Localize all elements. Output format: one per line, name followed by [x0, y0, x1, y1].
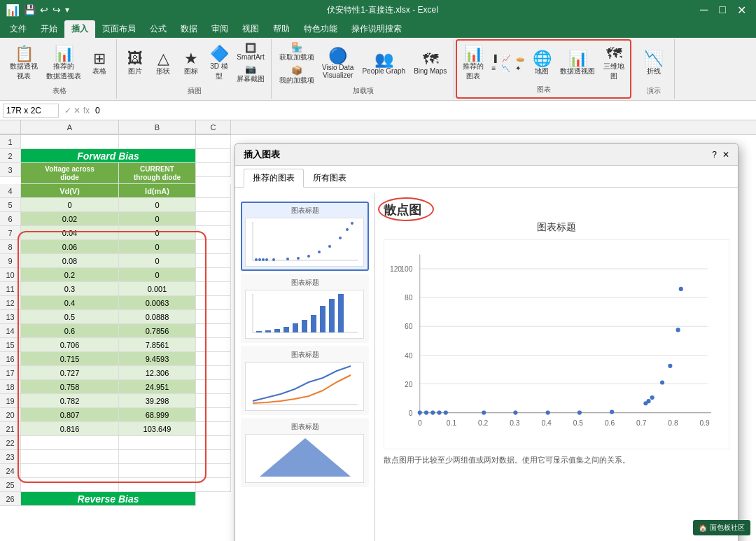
- cell-a3[interactable]: Voltage across diode: [21, 163, 119, 184]
- screenshot-btn[interactable]: 📷 屏幕截图: [234, 63, 267, 85]
- cell-a9[interactable]: 0.08: [21, 254, 119, 268]
- cell-c11[interactable]: [196, 282, 231, 296]
- cell-c15[interactable]: [196, 338, 231, 352]
- sparkline-btn[interactable]: 📉 折线: [641, 50, 666, 78]
- tab-home[interactable]: 开始: [34, 20, 64, 38]
- col-a-header[interactable]: A: [21, 120, 119, 134]
- get-addins-btn[interactable]: 🏪 获取加载项: [277, 41, 316, 63]
- cell-c12[interactable]: [196, 296, 231, 310]
- tab-view[interactable]: 视图: [235, 20, 266, 38]
- cell-c5[interactable]: [196, 198, 231, 212]
- cell-a21[interactable]: 0.816: [21, 422, 119, 436]
- cell-c7[interactable]: [196, 226, 231, 240]
- dialog-help-btn[interactable]: ?: [712, 150, 717, 160]
- shape-btn[interactable]: △ 形状: [150, 50, 176, 78]
- cell-a26[interactable]: Reverse Bias: [21, 492, 196, 506]
- tab-insert[interactable]: 插入: [64, 20, 95, 38]
- line-chart-btn[interactable]: 📈: [500, 54, 512, 63]
- picture-btn[interactable]: 🖼 图片: [122, 50, 148, 78]
- cell-c19[interactable]: [196, 394, 231, 408]
- cell-c3[interactable]: [196, 163, 231, 177]
- icon-btn[interactable]: ★ 图标: [178, 50, 204, 78]
- cell-c1[interactable]: [196, 135, 231, 149]
- cell-b3[interactable]: CURRENT through diode: [119, 163, 196, 184]
- cell-b8[interactable]: 0: [119, 240, 196, 254]
- cell-b17[interactable]: 12.306: [119, 366, 196, 380]
- cell-a14[interactable]: 0.6: [21, 324, 119, 338]
- tab-file[interactable]: 文件: [3, 20, 34, 38]
- cell-b7[interactable]: 0: [119, 226, 196, 240]
- tab-search[interactable]: 操作说明搜索: [344, 20, 409, 38]
- tab-help[interactable]: 帮助: [266, 20, 297, 38]
- cell-b6[interactable]: 0: [119, 212, 196, 226]
- quick-customize[interactable]: ▾: [65, 5, 69, 15]
- tab-all-charts[interactable]: 所有图表: [304, 169, 356, 188]
- bing-maps-btn[interactable]: 🗺 Bing Maps: [411, 50, 449, 76]
- chart-thumb-pyramid[interactable]: 图表标题: [241, 418, 369, 487]
- cell-b9[interactable]: 0: [119, 254, 196, 268]
- tab-review[interactable]: 审阅: [204, 20, 235, 38]
- quick-redo[interactable]: ↪: [52, 4, 61, 15]
- cell-b21[interactable]: 103.649: [119, 422, 196, 436]
- tab-recommended-charts[interactable]: 推荐的图表: [244, 169, 304, 188]
- cell-a11[interactable]: 0.3: [21, 282, 119, 296]
- cell-reference[interactable]: [3, 104, 59, 118]
- chart-thumb-line[interactable]: 图表标题: [241, 346, 369, 415]
- col-b-header[interactable]: B: [119, 120, 196, 134]
- cell-c10[interactable]: [196, 268, 231, 282]
- pie-chart-btn[interactable]: 🥧: [514, 54, 526, 63]
- pivot-table-btn[interactable]: 📋 数据透视 视表: [7, 45, 41, 83]
- bar-chart-btn[interactable]: ≡: [489, 64, 498, 73]
- cell-a5[interactable]: 0: [21, 198, 119, 212]
- area-chart-btn[interactable]: 📉: [499, 64, 512, 73]
- cell-a4[interactable]: Vd(V): [21, 184, 119, 198]
- quick-save[interactable]: 💾: [24, 4, 36, 15]
- table-btn[interactable]: ⊞ 表格: [87, 50, 112, 78]
- scatter-chart-btn[interactable]: ✦: [513, 64, 523, 73]
- pivot-chart-btn[interactable]: 📊 数据透视图: [557, 50, 598, 78]
- col-c-header[interactable]: C: [196, 120, 231, 134]
- cell-b19[interactable]: 39.298: [119, 394, 196, 408]
- cell-a19[interactable]: 0.782: [21, 394, 119, 408]
- cell-b12[interactable]: 0.0063: [119, 296, 196, 310]
- recommended-pivot-btn[interactable]: 📊 推荐的 数据透视表: [43, 45, 84, 83]
- formula-input[interactable]: [95, 106, 753, 115]
- cell-a20[interactable]: 0.807: [21, 408, 119, 422]
- cell-b15[interactable]: 7.8561: [119, 338, 196, 352]
- tab-data[interactable]: 数据: [174, 20, 204, 38]
- cell-a1[interactable]: [21, 135, 119, 149]
- cell-b5[interactable]: 0: [119, 198, 196, 212]
- cell-b13[interactable]: 0.0888: [119, 310, 196, 324]
- cell-a15[interactable]: 0.706: [21, 338, 119, 352]
- cell-b18[interactable]: 24.951: [119, 380, 196, 394]
- cell-b1[interactable]: [119, 135, 196, 149]
- cell-a17[interactable]: 0.727: [21, 366, 119, 380]
- cell-a16[interactable]: 0.715: [21, 352, 119, 366]
- tab-feature[interactable]: 特色功能: [297, 20, 344, 38]
- cell-a2[interactable]: Forward Bias: [21, 149, 196, 163]
- cell-c14[interactable]: [196, 324, 231, 338]
- cell-a13[interactable]: 0.5: [21, 310, 119, 324]
- column-chart-btn[interactable]: ▐: [489, 54, 498, 63]
- cell-c13[interactable]: [196, 310, 231, 324]
- quick-undo[interactable]: ↩: [40, 4, 48, 15]
- cell-c8[interactable]: [196, 240, 231, 254]
- cell-c2[interactable]: [196, 149, 231, 163]
- tab-layout[interactable]: 页面布局: [95, 20, 143, 38]
- tab-formula[interactable]: 公式: [143, 20, 174, 38]
- cell-c20[interactable]: [196, 408, 231, 422]
- cell-c18[interactable]: [196, 380, 231, 394]
- close-btn[interactable]: ✕: [733, 3, 750, 17]
- cell-b11[interactable]: 0.001: [119, 282, 196, 296]
- cell-c17[interactable]: [196, 366, 231, 380]
- recommended-charts-btn[interactable]: 📊 推荐的 图表: [460, 45, 486, 83]
- cell-a8[interactable]: 0.06: [21, 240, 119, 254]
- 3d-btn[interactable]: 🔷 3D 模 型: [206, 45, 232, 83]
- cell-c4[interactable]: [196, 184, 231, 198]
- cell-c16[interactable]: [196, 352, 231, 366]
- chart-thumb-scatter[interactable]: 图表标题: [241, 202, 369, 271]
- cell-c9[interactable]: [196, 254, 231, 268]
- cell-b16[interactable]: 9.4593: [119, 352, 196, 366]
- chart-thumb-bar[interactable]: 图表标题: [241, 274, 369, 343]
- cell-a12[interactable]: 0.4: [21, 296, 119, 310]
